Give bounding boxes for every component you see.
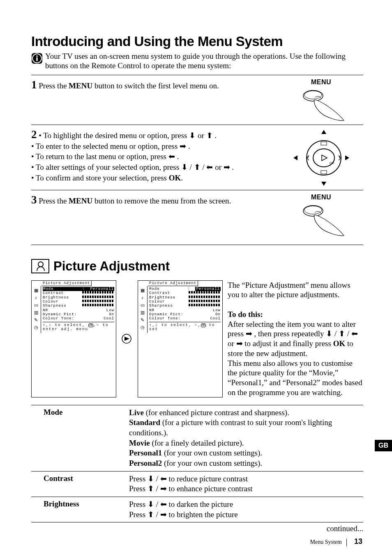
up-arrow-icon: ⬆: [148, 484, 154, 493]
pa-p2c: to adjust it and finally press: [243, 339, 333, 348]
up-arrow-icon: ⬆: [194, 163, 201, 171]
ok-icon: OK: [88, 324, 93, 327]
left-arrow-icon: ⬅: [160, 500, 167, 508]
pa-sep: /: [332, 329, 339, 338]
svg-rect-14: [321, 171, 327, 174]
pa-sep: /: [345, 329, 351, 338]
right-arrow-icon: ➡: [160, 484, 167, 493]
menu-tone-value: Cool: [210, 317, 221, 321]
menu-sharpness-label: Sharpness: [43, 304, 67, 308]
step1-post: button to switch the first level menu on…: [92, 81, 219, 90]
step2-c-end: .: [175, 152, 179, 161]
press-menu-illustration-2: [291, 203, 352, 237]
pa-todo-heading: To do this:: [228, 310, 263, 319]
sidebar-toolbox-icon: ✎: [32, 317, 41, 324]
spec-p1-t: (for your own custom settings).: [162, 448, 262, 457]
spec-c2a: Press: [129, 484, 148, 493]
menu-dynamic-value: On: [215, 312, 221, 317]
spec-c1a: Press: [129, 474, 148, 483]
down-arrow-icon: ⬇: [189, 131, 196, 140]
svg-marker-8: [293, 155, 297, 160]
menu-screenshot-2: Picture Adjustment ▦ ♪ ▭ ▥ ✎ ◷ Mode: Per…: [138, 280, 223, 398]
spec-p2-b: Personal2: [129, 459, 162, 467]
spec-p2-t: (for your own custom settings).: [162, 459, 262, 467]
sidebar-timer-icon: ◷: [32, 324, 41, 331]
sidebar-picture-icon: ▦: [138, 287, 147, 294]
down-arrow-icon: ⬇: [326, 329, 332, 338]
right-arrow-icon: ➡: [160, 510, 167, 519]
pa-ok-word: OK: [333, 339, 346, 348]
sidebar-timer-icon: ◷: [138, 324, 147, 331]
sidebar-features-icon: ▭: [138, 302, 147, 309]
edge-tab-gb: GB: [375, 440, 392, 451]
picture-adjustment-icon: [31, 259, 49, 273]
menu-brightness-label: Brightness: [43, 296, 69, 300]
menu-button-label-2: MENU: [279, 194, 363, 201]
step-number-2: 2: [31, 128, 37, 141]
menu-mode-value-1: Personal1: [90, 287, 114, 291]
menu-screenshot-1: Picture Adjustment ▦ ♪ ▭ ▥ ✎ ◷ Mode: Per…: [31, 280, 116, 398]
menu-hint2a: to select,: [161, 323, 192, 327]
right-arrow-icon: ➡: [180, 142, 186, 150]
step-number-3: 3: [31, 194, 37, 206]
spec-b2a: Press: [129, 510, 148, 519]
spec-b2b: to brighten the picture: [167, 510, 238, 519]
sidebar-toolbox-icon: ✎: [138, 317, 147, 324]
svg-marker-9: [345, 155, 349, 160]
step2-line-e-post: .: [181, 173, 183, 182]
spec-mov-b: Movie: [129, 439, 150, 447]
left-arrow-icon: ⬅: [351, 329, 358, 338]
step2-line-e-pre: • To confirm and store your selection, p…: [31, 173, 169, 182]
menu-mode-label: Mode: [43, 287, 54, 291]
left-arrow-icon: ⬅: [206, 163, 213, 171]
step3-button-word: MENU: [69, 196, 92, 205]
down-arrow-icon: ⬇: [148, 474, 154, 483]
spec-b1b: to darken the picture: [167, 500, 233, 508]
menu-colour-label: Colour: [43, 300, 58, 304]
sidebar-sound-icon: ♪: [138, 295, 147, 301]
continued-text: continued...: [31, 524, 363, 533]
menu-mode-label: Mode: [149, 287, 160, 291]
svg-point-2: [36, 55, 38, 57]
menu-contrast-label: Contrast: [43, 291, 64, 295]
menu-nr-value: Low: [106, 308, 114, 312]
step2-a-end: .: [213, 131, 217, 140]
step2-b-end: .: [186, 142, 190, 150]
step2-sep2: /: [201, 163, 207, 171]
step-number-1: 1: [31, 79, 37, 91]
right-arrow-icon: ➡: [246, 329, 252, 338]
spec-mode-label: Mode: [31, 408, 129, 469]
spec-p1-b: Personal1: [129, 448, 162, 457]
left-arrow-icon: ⬅: [168, 152, 175, 161]
menu-tone-value: Cool: [104, 317, 114, 321]
sidebar-setup-icon: ▥: [32, 310, 41, 316]
menu-tone-label: Colour Tone:: [149, 317, 181, 321]
ok-dpad-illustration: OK: [293, 129, 350, 187]
menu-nr-label: NR: [43, 308, 48, 312]
right-arrow-icon: ➡: [236, 339, 243, 348]
left-arrow-icon: ⬅: [160, 474, 167, 483]
spec-live-t: (for enhanced picture contrast and sharp…: [144, 408, 289, 417]
pa-paragraph-3: This menu also allows you to customise t…: [228, 359, 362, 397]
spec-live-b: Live: [129, 408, 144, 417]
sidebar-sound-icon: ♪: [32, 295, 41, 301]
menu-contrast-label: Contrast: [149, 291, 170, 295]
page-title: Introducing and Using the Menu System: [31, 34, 363, 49]
spec-brightness-label: Brightness: [31, 499, 129, 520]
menu-brightness-label: Brightness: [149, 296, 175, 300]
sidebar-picture-icon: ▦: [32, 287, 41, 294]
menu-dynamic-label: Dynamic Pict:: [149, 312, 183, 317]
spec-std-b: Standard: [129, 418, 160, 427]
screenshot-arrow-icon: [121, 328, 133, 349]
menu-colour-label: Colour: [149, 300, 165, 304]
up-arrow-icon: ⬆: [148, 510, 154, 519]
step2-sep1: /: [188, 163, 194, 171]
spec-c2b: to enhance picture contrast: [167, 484, 253, 493]
step3-pre: Press the: [39, 196, 69, 205]
svg-rect-3: [36, 58, 37, 61]
menu-nr-value: Low: [213, 308, 221, 312]
down-arrow-icon: ⬇: [181, 163, 188, 171]
spec-b1a: Press: [129, 500, 148, 508]
pa-p2b: , then press repeatedly: [252, 329, 326, 338]
menu-nr-label: NR: [149, 308, 154, 312]
